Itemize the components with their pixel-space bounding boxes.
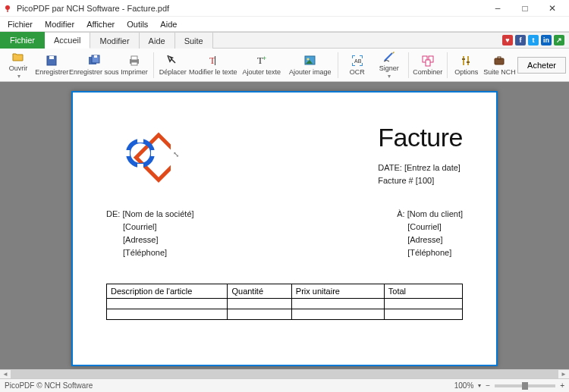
workspace: ⤡ Facture DATE: [Entrez la date] Facture… [0,82,569,369]
tab-help[interactable]: Aide [140,32,175,49]
tab-edit[interactable]: Modifier [90,32,139,49]
print-button[interactable]: Imprimer [119,50,149,80]
sign-icon [382,50,396,64]
svg-rect-31 [467,61,470,63]
scroll-left-arrow[interactable]: ◄ [0,370,11,378]
saveas-button[interactable]: Enregistrer sous [71,50,118,80]
zoom-slider[interactable] [495,384,555,387]
menu-edit[interactable]: Modifier [39,18,80,30]
linkedin-icon[interactable]: in [541,35,552,45]
svg-rect-30 [462,58,465,60]
svg-rect-27 [426,60,430,66]
zoom-dropdown-icon[interactable]: ▾ [478,382,481,389]
title-bar: PicoPDF par NCH Software - Facture.pdf –… [0,0,569,17]
svg-rect-37 [137,164,143,168]
svg-text:+: + [262,55,266,62]
zoom-controls: 100% ▾ − + [454,381,564,390]
svg-text:T: T [209,55,215,66]
options-button[interactable]: Options [451,50,482,80]
add-image-button[interactable]: Ajouter image [287,50,334,80]
col-qty: Quantité [228,284,291,299]
menu-help[interactable]: Aide [154,18,183,30]
svg-rect-23 [362,63,363,66]
maximize-button[interactable]: □ [511,0,539,17]
edit-text-icon: T [206,54,220,67]
from-block: DE: [Nom de la société] [Courriel] [Adre… [106,208,194,259]
svg-text:AB: AB [354,58,362,64]
pdf-page[interactable]: ⤡ Facture DATE: [Entrez la date] Facture… [71,91,498,366]
add-image-icon [303,54,317,67]
combine-button[interactable]: Combiner [413,50,443,80]
menu-tools[interactable]: Outils [121,18,154,30]
ocr-button[interactable]: AB OCR [342,50,373,80]
horizontal-scrollbar[interactable]: ◄ ► [0,369,569,378]
col-total: Total [384,284,462,299]
tab-suite[interactable]: Suite [175,32,213,49]
zoom-in-button[interactable]: + [560,381,564,390]
svg-rect-21 [352,63,353,66]
folder-open-icon [11,50,25,64]
close-button[interactable]: ✕ [539,0,566,17]
invnum-value: [100] [416,176,434,185]
svg-rect-39 [151,150,156,156]
svg-rect-8 [131,56,137,60]
print-icon [127,54,141,67]
move-icon [166,54,180,67]
table-row [107,299,463,309]
zoom-value: 100% [454,381,474,390]
menu-view[interactable]: Afficher [80,18,121,30]
saveas-icon [87,54,101,67]
invnum-label: Facture # [378,176,413,185]
share-icon[interactable]: ↗ [554,35,564,45]
tab-home[interactable]: Accueil [45,32,90,49]
app-icon [3,4,12,13]
col-price: Prix unitaire [291,284,384,299]
add-text-icon: T+ [255,54,269,67]
options-icon [460,54,473,67]
window-title: PicoPDF par NCH Software - Facture.pdf [17,4,484,13]
ribbon-spacer: ♥ f t in ↗ [213,32,569,49]
like-icon[interactable]: ♥ [502,35,513,45]
facebook-icon[interactable]: f [515,35,526,45]
svg-rect-3 [49,56,54,59]
sign-button[interactable]: Signer▾ [374,50,404,80]
svg-rect-9 [131,62,137,65]
add-text-button[interactable]: T+ Ajouter texte [238,50,285,80]
twitter-icon[interactable]: t [528,35,539,45]
status-copyright: PicoPDF © NCH Software [5,381,93,390]
svg-point-15 [307,58,309,61]
combine-icon [421,54,435,67]
menu-file[interactable]: Fichier [2,18,39,30]
ribbon-tabs: Fichier Accueil Modifier Aide Suite ♥ f … [0,32,569,49]
date-value: [Entrez la date] [404,163,461,172]
edit-text-button[interactable]: T Modifier le texte [190,50,237,80]
open-button[interactable]: Ouvrir▾ [3,50,33,80]
move-button[interactable]: Déplacer [158,50,188,80]
svg-rect-28 [463,56,464,65]
company-logo: ⤡ [106,123,174,183]
suite-button[interactable]: Suite NCH [483,50,516,80]
invoice-title: Facture [378,123,463,152]
svg-rect-17 [352,55,353,58]
resize-handle-icon[interactable]: ⤡ [173,150,179,158]
items-table: Description de l'article Quantité Prix u… [106,284,463,320]
save-button[interactable]: Enregistrer [35,50,69,80]
minimize-button[interactable]: – [484,0,511,17]
to-block: À: [Nom du client] [Courriel] [Adresse] … [397,208,463,259]
zoom-out-button[interactable]: − [486,381,490,390]
tab-file[interactable]: Fichier [0,32,45,49]
svg-rect-11 [215,56,215,65]
svg-rect-1 [7,9,8,12]
menu-bar: Fichier Modifier Afficher Outils Aide [0,17,569,32]
save-icon [45,54,58,67]
svg-rect-6 [94,55,97,58]
table-row [107,309,463,320]
svg-rect-19 [362,55,363,58]
col-desc: Description de l'article [107,284,228,299]
svg-rect-38 [125,150,130,156]
toolbar: Ouvrir▾ Enregistrer Enregistrer sous Imp… [0,49,569,82]
status-bar: PicoPDF © NCH Software 100% ▾ − + [0,378,569,392]
svg-rect-36 [137,138,143,143]
scroll-right-arrow[interactable]: ► [558,370,569,378]
buy-button[interactable]: Acheter [517,57,566,74]
